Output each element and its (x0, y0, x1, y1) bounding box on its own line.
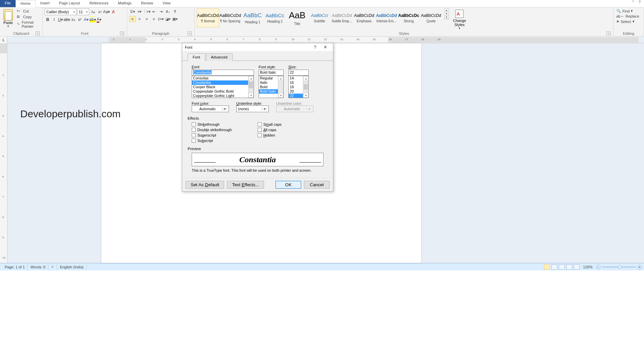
format-painter-button[interactable]: ✎Format Painter (16, 20, 40, 29)
tab-pagelayout[interactable]: Page Layout (54, 0, 85, 7)
highlight-button[interactable]: ab▾ (90, 17, 96, 23)
underline-style-dropdown[interactable]: (none)▾ (236, 105, 269, 112)
dialog-tab-font[interactable]: Font (188, 53, 205, 61)
tab-view[interactable]: View (158, 0, 175, 7)
font-family-combo[interactable]: Calibri (Body)▾ (45, 8, 76, 15)
numbering-button[interactable]: ≡▾ (136, 8, 143, 15)
grow-font-button[interactable]: A▴ (90, 9, 96, 15)
paragraph-launcher[interactable]: ↘ (188, 31, 192, 35)
strike-button[interactable]: abc (64, 17, 70, 23)
outdent-button[interactable]: ⇤ (150, 8, 157, 15)
style-item-quote[interactable]: AaBbCcDdQuote (420, 8, 442, 27)
set-default-button[interactable]: Set As Default (186, 181, 224, 189)
show-marks-button[interactable]: ¶ (172, 8, 178, 15)
style-item-normal[interactable]: AaBbCcDd¶ Normal (197, 8, 219, 27)
vertical-ruler[interactable]: 12345678910 (0, 43, 7, 263)
align-right-button[interactable]: ≡ (143, 16, 150, 22)
dialog-help-button[interactable]: ? (310, 45, 320, 50)
select-button[interactable]: ➤Select ▾ (616, 19, 642, 24)
status-language[interactable]: English (India) (57, 263, 87, 270)
shrink-font-button[interactable]: A▾ (97, 9, 103, 15)
indent-button[interactable]: ⇥ (158, 8, 164, 15)
zoom-out-button[interactable]: − (596, 265, 601, 269)
font-list-item[interactable]: Copperplate Gothic Light (192, 94, 254, 98)
change-styles-button[interactable]: A Change Styles ▾ (451, 8, 468, 30)
ribbon-minimize-icon[interactable]: ⌃ (631, 0, 635, 7)
line-spacing-button[interactable]: ‡≡▾ (158, 16, 164, 22)
clipboard-launcher[interactable]: ↘ (35, 31, 40, 35)
change-case-button[interactable]: Aa▾ (103, 9, 110, 15)
superscript-checkbox[interactable]: Superscript (192, 133, 258, 137)
style-item-subtitle[interactable]: AaBbCciSubtitle (308, 8, 331, 27)
tab-review[interactable]: Review (136, 0, 158, 7)
copy-button[interactable]: ⧉Copy (16, 14, 40, 20)
font-style-input[interactable]: Bold Italic (259, 70, 284, 76)
style-list-scrollbar[interactable]: ▴▾ (278, 76, 283, 98)
style-item-heading1[interactable]: AaBbCHeading 1 (241, 8, 264, 27)
status-page[interactable]: Page: 1 of 1 (2, 263, 28, 270)
font-color-dropdown[interactable]: Automatic▾ (192, 105, 229, 112)
view-web[interactable] (559, 264, 565, 270)
text-effects-button[interactable]: A▾ (83, 17, 89, 23)
borders-button[interactable]: ▦▾ (172, 16, 178, 22)
shading-button[interactable]: ◪▾ (165, 16, 171, 22)
font-launcher[interactable]: ↘ (120, 31, 124, 35)
style-item-strong[interactable]: AaBbCcDcStrong (398, 8, 420, 27)
view-outline[interactable] (566, 264, 572, 270)
align-center-button[interactable]: ≡ (136, 16, 143, 22)
status-proofing[interactable]: ✓ (48, 263, 57, 270)
tab-file[interactable]: File (0, 0, 16, 7)
zoom-level[interactable]: 120% (583, 265, 593, 269)
italic-button[interactable]: I (51, 17, 57, 23)
font-name-input[interactable]: Constantia (192, 70, 254, 76)
status-words[interactable]: Words: 0 (28, 263, 48, 270)
bold-button[interactable]: B (45, 17, 51, 23)
zoom-slider[interactable] (602, 266, 636, 268)
zoom-in-button[interactable]: + (637, 265, 642, 269)
style-item-subtleemp[interactable]: AaBbCcDdSubtle Emp... (331, 8, 353, 27)
dialog-titlebar[interactable]: Font ? ✕ (182, 43, 333, 51)
style-item-heading2[interactable]: AaBbCcHeading 2 (264, 8, 286, 27)
size-list-scrollbar[interactable]: ▴▾ (303, 76, 308, 98)
all-caps-checkbox[interactable]: All caps (258, 128, 324, 132)
styles-launcher[interactable]: ↘ (606, 31, 611, 35)
dialog-tab-advanced[interactable]: Advanced (206, 53, 233, 61)
font-list-item[interactable]: Constantia (192, 80, 254, 85)
font-list-scrollbar[interactable]: ▴▾ (248, 76, 254, 98)
font-list-item[interactable]: Consolas (192, 76, 254, 80)
dialog-close-button[interactable]: ✕ (320, 45, 330, 50)
view-fullscreen[interactable] (551, 264, 557, 270)
paste-button[interactable]: Paste ▾ (2, 8, 14, 28)
font-size-combo[interactable]: 11▾ (77, 8, 89, 15)
justify-button[interactable]: ≡ (150, 16, 157, 22)
align-left-button[interactable]: ≡ (129, 16, 136, 22)
hidden-checkbox[interactable]: Hidden (258, 133, 324, 137)
font-size-input[interactable]: 22 (288, 70, 309, 76)
styles-scroll[interactable]: ▴▾▾ (444, 8, 449, 19)
font-list-item[interactable]: Copperplate Gothic Bold (192, 89, 254, 94)
tab-home[interactable]: Home (16, 0, 35, 7)
tab-selector[interactable]: L (0, 37, 7, 43)
underline-button[interactable]: U▾ (57, 17, 64, 23)
clear-formatting-button[interactable]: A̷ (110, 9, 116, 15)
text-effects-button-dlg[interactable]: Text Effects... (227, 181, 264, 189)
style-item-emphasis[interactable]: AaBbCcDdEmphasis (353, 8, 375, 27)
ok-button[interactable]: OK (276, 181, 301, 189)
small-caps-checkbox[interactable]: Small caps (258, 122, 324, 126)
styles-gallery[interactable]: AaBbCcDd¶ NormalAaBbCcDd¶ No SpacingAaBb… (197, 8, 442, 27)
superscript-button[interactable]: x² (77, 17, 83, 23)
horizontal-ruler[interactable]: 1234567891011121314151617181921 (109, 37, 639, 43)
multilevel-button[interactable]: ⋮≡▾ (143, 8, 150, 15)
replace-button[interactable]: ab↔Replace (616, 14, 642, 19)
cut-button[interactable]: ✄Cut (16, 8, 40, 14)
subscript-button[interactable]: x₂ (70, 17, 76, 23)
font-color-button[interactable]: A▾ (96, 17, 102, 23)
find-button[interactable]: 🔍Find ▾ (616, 8, 642, 14)
view-draft[interactable] (574, 264, 580, 270)
help-icon[interactable]: ? (639, 0, 641, 7)
tab-mailings[interactable]: Mailings (113, 0, 136, 7)
strikethrough-checkbox[interactable]: Strikethrough (192, 122, 258, 126)
tab-references[interactable]: References (85, 0, 113, 7)
font-name-list[interactable]: ConsolasConstantiaCooper BlackCopperplat… (192, 76, 254, 98)
cancel-button[interactable]: Cancel (304, 181, 330, 189)
